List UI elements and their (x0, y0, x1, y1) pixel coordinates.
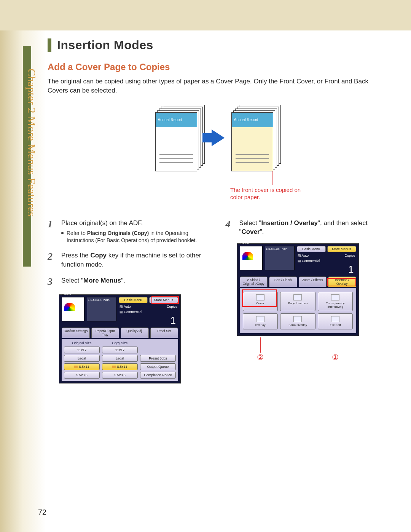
basic-menu-button[interactable]: Basic Menu (119, 297, 148, 303)
screenshot-insertion-overlay: 100% 1:8.5x11▷ Plain Basic Menu More Men… (237, 243, 359, 336)
tab-paper-output[interactable]: Paper/Output Tray (91, 328, 119, 338)
arrow-icon (212, 129, 225, 146)
tab-sort[interactable]: Sort / Finish (269, 276, 297, 287)
result-stack: Annual Report (231, 105, 281, 171)
diagram: Annual Report Annual Report (48, 105, 388, 171)
output-queue-button[interactable]: Output Queue (140, 363, 176, 370)
rainbow-icon (242, 252, 253, 260)
sidebar-label: Chapter 2 More Menus Features (27, 69, 42, 274)
source-stack: Annual Report (155, 105, 205, 171)
title-accent (48, 38, 51, 52)
tab-quality[interactable]: Quality Adj. (121, 328, 149, 338)
size-button[interactable]: 8.5x11 (102, 363, 138, 370)
step-3: 3 Select "More Menus". (48, 276, 210, 288)
transparency-option[interactable]: Transparency Interleaving (318, 292, 353, 311)
size-button[interactable]: 11x17 (64, 347, 100, 353)
left-column: 1 Place original(s) on the ADF. Refer to… (48, 219, 210, 383)
copy-count: 1 (119, 315, 178, 325)
overlay-option[interactable]: Overlay (243, 313, 278, 329)
callout: The front cover is copied on color paper… (230, 171, 314, 201)
basic-menu-button[interactable]: Basic Menu (297, 246, 326, 252)
step-2: 2 Press the Copy key if the machine is s… (48, 251, 210, 269)
page-title: Insertion Modes (57, 38, 153, 52)
copy-count: 1 (297, 264, 356, 274)
screenshot-more-menus: 100% 1:8.5x11▷ Plain Basic Menu More Men… (59, 294, 181, 383)
cover-option[interactable]: Cover (243, 292, 278, 311)
title-bar: Insertion Modes (48, 38, 388, 52)
tab-insertion-overlay[interactable]: Insertion / Overlay (328, 276, 356, 287)
tab-confirm[interactable]: Confirm Settings (62, 328, 90, 338)
size-button[interactable]: 11x17 (102, 347, 138, 353)
circled-2: ② (257, 353, 264, 362)
tab-2sided[interactable]: 2-Sided / Original->Copy (240, 276, 268, 287)
top-bar (0, 0, 411, 30)
preview-pane: 100% (62, 297, 84, 321)
section-title: Add a Cover Page to Copies (48, 62, 388, 72)
size-button[interactable]: Legal (64, 355, 100, 362)
file-edit-option[interactable]: File Edit (318, 313, 353, 329)
divider (48, 209, 388, 209)
right-column: 4 Select "Insertion / Overlay", and then… (226, 219, 389, 383)
circled-1: ① (332, 353, 339, 362)
intro-text: The original can be copied using other t… (48, 77, 388, 95)
size-button[interactable]: 8.5x11 (64, 363, 100, 370)
more-menus-button[interactable]: More Menus (149, 297, 178, 303)
cover-strip: Annual Report (232, 113, 273, 127)
step-1: 1 Place original(s) on the ADF. Refer to… (48, 219, 210, 244)
more-menus-button[interactable]: More Menus (327, 246, 356, 252)
step-4: 4 Select "Insertion / Overlay", and then… (226, 219, 389, 237)
cover-strip: Annual Report (156, 113, 197, 127)
original-size-label: Original Size (64, 341, 100, 345)
tab-zoom[interactable]: Zoom / Effects (299, 276, 327, 287)
tab-proof[interactable]: Proof Set (150, 328, 178, 338)
preview-pane: 100% (240, 246, 263, 270)
rainbow-icon (64, 303, 75, 311)
form-overlay-option[interactable]: Form Overlay (280, 313, 315, 329)
page-number: 72 (38, 508, 46, 517)
preset-jobs-button[interactable]: Preset Jobs (140, 355, 176, 362)
completion-notice-button[interactable]: Completion Notice (140, 372, 176, 379)
sub-bullet: Refer to Placing Originals (Copy) in the… (61, 230, 210, 244)
size-button[interactable]: Legal (102, 355, 138, 362)
paper-panel: 1:8.5x11▷ Plain (87, 297, 116, 321)
copy-size-label: Copy Size (102, 341, 138, 345)
size-button[interactable]: 5.5x8.5 (102, 372, 138, 379)
size-button[interactable]: 5.5x8.5 (64, 372, 100, 379)
content: Insertion Modes Add a Cover Page to Copi… (48, 38, 388, 383)
steps: 1 Place original(s) on the ADF. Refer to… (48, 219, 388, 383)
paper-panel: 1:8.5x11▷ Plain (265, 246, 295, 270)
page-insertion-option[interactable]: Page Insertion (280, 292, 315, 311)
